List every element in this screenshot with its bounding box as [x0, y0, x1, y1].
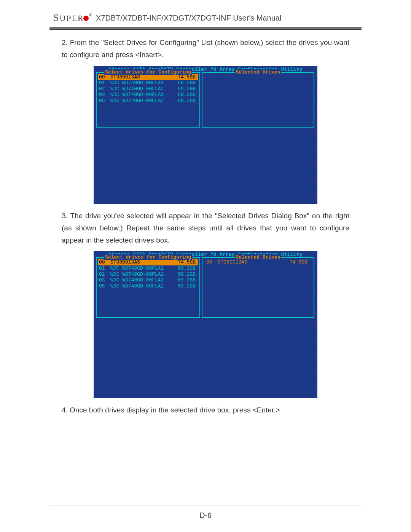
paragraph-3: 3. The drive you've selected will appear…: [62, 210, 349, 247]
footer-rule: [49, 505, 362, 505]
registered-mark: ®: [89, 13, 92, 17]
drive-row[interactable]: 05WDC WD740GD-00FLA269.2GB: [98, 283, 198, 289]
paragraph-2: 2. From the "Select Drives for Configuri…: [62, 37, 349, 61]
drive-row[interactable]: 02WDC WD740GD-00FLA269.2GB: [98, 272, 198, 278]
selected-drives-panel-title: Selected Drives: [202, 69, 314, 75]
page-number: D-6: [0, 511, 411, 520]
drive-row[interactable]: 03WDC WD740GD-00FLA169.2GB: [98, 92, 198, 98]
bios-screenshot-2: Adaptec SATA HostRAID Controller #0 Arra…: [94, 251, 317, 398]
header-rule: [49, 27, 362, 30]
selected-drives-panel: Selected Drives 00ST380013AS74.5GB: [202, 257, 314, 318]
selected-drives-panel-title: Selected Drives: [202, 254, 314, 260]
selected-drives-panel: Selected Drives: [202, 72, 314, 128]
page-header: SUPER® X7DBT/X7DBT-INF/X7DGT/X7DGT-INF U…: [0, 0, 411, 26]
drive-row[interactable]: 01WDC WD740GD-00FLA169.2GB: [98, 80, 198, 86]
bios-screenshot-1: Adaptec SATA HostRAID Controller #0 Arra…: [94, 66, 317, 204]
drive-row[interactable]: 03WDC WD740GD-00FLA169.2GB: [98, 277, 198, 283]
drive-list: 00ST380013AS74.5GB01WDC WD740GD-00FLA169…: [97, 73, 199, 105]
drive-row[interactable]: 05WDC WD740GD-00FLA269.2GB: [98, 98, 198, 104]
header-title: X7DBT/X7DBT-INF/X7DGT/X7DGT-INF User's M…: [96, 14, 281, 22]
logo-text: SUPER: [53, 12, 84, 24]
drive-row[interactable]: 01WDC WD740GD-00FLA169.2GB: [98, 265, 198, 272]
drive-row[interactable]: 02WDC WD740GD-00FLA269.2GB: [98, 86, 198, 92]
select-drives-panel-title: Select drives for Configuring: [97, 69, 199, 75]
select-drives-panel-title: Select drives for Configuring: [97, 254, 199, 260]
paragraph-4: 4. Once both drives display in the selec…: [62, 404, 349, 416]
logo-dot-icon: [83, 16, 89, 21]
select-drives-panel: Select drives for Configuring 00ST380013…: [96, 72, 200, 128]
drive-list: 00ST380013AS74.5GB01WDC WD740GD-00FLA169…: [97, 258, 199, 291]
select-drives-panel: Select drives for Configuring 00ST380013…: [96, 257, 200, 318]
